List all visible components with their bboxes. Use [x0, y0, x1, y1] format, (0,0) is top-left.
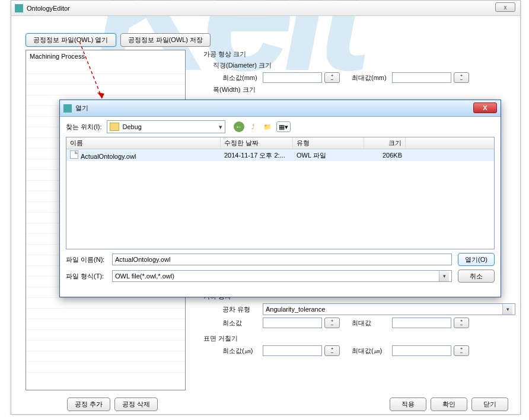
- tol-type-label: 공차 유형: [222, 305, 263, 314]
- geo-max-input[interactable]: [392, 318, 451, 328]
- nav-newfolder-icon[interactable]: 📁: [262, 121, 273, 132]
- save-owl-button[interactable]: 공정정보 파일(OWL) 저장: [120, 33, 211, 47]
- delete-process-button[interactable]: 공정 삭제: [114, 397, 158, 411]
- group-rough: 표면 거칠기: [203, 334, 515, 343]
- rough-max-spinner[interactable]: [454, 345, 469, 356]
- file-list[interactable]: 이름 수정한 날짜 유형 크기 ActualOntology.owl 2014-…: [66, 137, 495, 249]
- file-icon: [70, 150, 78, 159]
- filetype-label: 파일 형식(T):: [66, 272, 112, 281]
- file-list-header: 이름 수정한 날짜 유형 크기: [66, 137, 494, 149]
- rough-max-label: 최대값(㎛): [352, 347, 392, 355]
- dialog-cancel-button[interactable]: 취소: [458, 270, 495, 283]
- main-close-button[interactable]: x: [495, 2, 515, 12]
- geo-min-input[interactable]: [263, 318, 322, 328]
- dialog-titlebar: 열기 X: [60, 100, 501, 117]
- diameter-label: 직경(Diameter) 크기: [213, 61, 515, 70]
- add-process-button[interactable]: 공정 추가: [67, 397, 110, 411]
- apply-button[interactable]: 적용: [390, 397, 426, 411]
- filename-label: 파일 이름(N):: [66, 255, 112, 264]
- geo-max-spinner[interactable]: [454, 318, 469, 328]
- open-owl-button[interactable]: 공정정보 파일(OWL) 열기: [26, 33, 116, 47]
- diameter-min-spinner[interactable]: [324, 72, 340, 83]
- nav-view-icon[interactable]: ▦▾: [276, 121, 291, 132]
- rough-min-label: 최소값(㎛): [222, 347, 263, 355]
- nav-up-icon[interactable]: ⤴: [248, 121, 259, 132]
- ok-button[interactable]: 확인: [431, 397, 467, 411]
- col-type[interactable]: 유형: [293, 137, 364, 149]
- rough-min-input[interactable]: [263, 345, 322, 356]
- diameter-max-input[interactable]: [392, 72, 451, 83]
- max-mm-label: 최대값(mm): [352, 73, 392, 82]
- filename-input[interactable]: ActualOntology.owl: [112, 254, 452, 265]
- col-size[interactable]: 크기: [364, 137, 406, 149]
- min-mm-label: 최소값(mm): [222, 73, 263, 82]
- list-item[interactable]: ActualOntology.owl 2014-11-17 오후 2:... O…: [66, 149, 494, 161]
- geo-max-label: 최대값: [352, 319, 392, 328]
- group-shape: 가공 형상 크기: [203, 50, 515, 59]
- dialog-title: 열기: [75, 104, 88, 113]
- look-in-label: 찾는 위치(I):: [66, 123, 102, 132]
- diameter-min-input[interactable]: [263, 72, 322, 83]
- geo-min-label: 최소값: [222, 319, 263, 328]
- col-date[interactable]: 수정한 날짜: [221, 137, 293, 149]
- dialog-close-button[interactable]: X: [473, 102, 497, 113]
- app-title: OntologyEditor: [27, 5, 70, 12]
- look-in-combo[interactable]: Debug: [107, 120, 225, 133]
- rough-max-input[interactable]: [392, 345, 451, 356]
- width-label: 폭(Width) 크기: [213, 85, 515, 94]
- filetype-dropdown[interactable]: OWL file(*.owl,*.owl): [112, 270, 452, 282]
- folder-icon: [110, 123, 119, 131]
- main-titlebar: OntologyEditor x: [11, 1, 520, 16]
- dialog-app-icon: [63, 104, 72, 113]
- rough-min-spinner[interactable]: [324, 345, 340, 356]
- open-file-dialog: 열기 X 찾는 위치(I): Debug ← ⤴ 📁 ▦▾ 이름 수정한 날짜 …: [59, 100, 501, 297]
- nav-back-icon[interactable]: ←: [234, 121, 244, 132]
- app-icon: [15, 4, 23, 12]
- col-name[interactable]: 이름: [66, 137, 221, 149]
- geo-min-spinner[interactable]: [324, 318, 340, 328]
- diameter-max-spinner[interactable]: [454, 72, 469, 83]
- tol-type-dropdown[interactable]: Angularity_tolerance: [263, 303, 515, 315]
- dialog-open-button[interactable]: 열기(O): [458, 253, 495, 266]
- tree-root[interactable]: Machining Process: [26, 50, 185, 62]
- close-button[interactable]: 닫기: [471, 397, 508, 411]
